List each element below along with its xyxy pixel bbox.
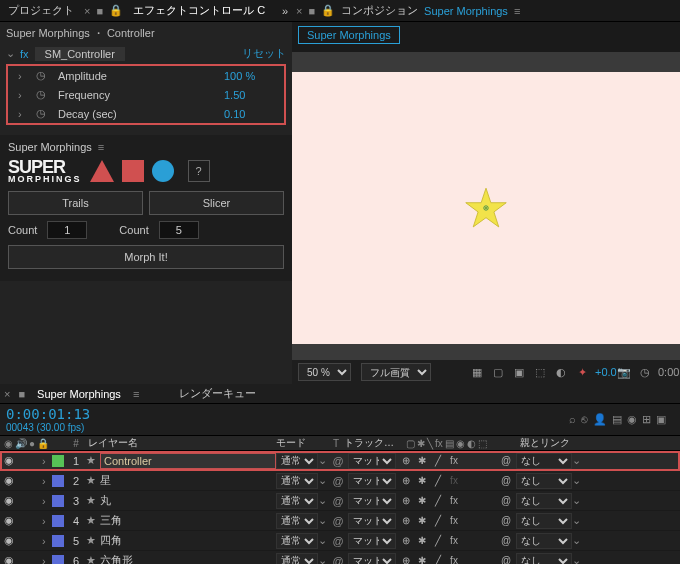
track-matte-select[interactable]: マット … <box>348 553 396 565</box>
trails-count-input[interactable] <box>47 221 87 239</box>
switch-quality[interactable]: ╱ <box>432 495 444 506</box>
label-color[interactable] <box>52 455 64 467</box>
label-color[interactable] <box>52 515 64 527</box>
switch-shy[interactable]: ⊕ <box>400 535 412 546</box>
switch-shy[interactable]: ⊕ <box>400 475 412 486</box>
parent-select[interactable]: なし <box>516 493 572 509</box>
shy-icon[interactable]: 👤 <box>593 413 607 426</box>
blend-mode-select[interactable]: 通常 <box>276 453 318 469</box>
comp-mini-flow-icon[interactable]: ⎋ <box>581 413 588 426</box>
label-color[interactable] <box>52 475 64 487</box>
pickwhip-icon[interactable]: @ <box>328 475 348 487</box>
snapshot-icon[interactable]: ■ <box>18 388 25 400</box>
pickwhip-icon[interactable]: @ <box>500 455 512 466</box>
slicer-count-input[interactable] <box>159 221 199 239</box>
twirl-icon[interactable]: › <box>18 89 26 101</box>
comp-inner-tab[interactable]: Super Morphings <box>298 26 400 44</box>
visibility-toggle[interactable]: ◉ <box>4 454 16 467</box>
property-row[interactable]: ›◷Amplitude100 % <box>8 66 284 85</box>
switch-collapse[interactable]: ✱ <box>416 475 428 486</box>
label-color[interactable] <box>52 555 64 565</box>
parent-select[interactable]: なし <box>516 533 572 549</box>
switch-quality[interactable]: ╱ <box>432 455 444 466</box>
blend-mode-select[interactable]: 通常 <box>276 533 318 549</box>
region-icon[interactable]: ⬚ <box>532 366 548 379</box>
parent-select[interactable]: なし <box>516 453 572 469</box>
tab-close-icon[interactable]: × <box>84 5 90 17</box>
lock-column-icon[interactable]: 🔒 <box>37 438 49 449</box>
resolution-select[interactable]: フル画質 <box>361 363 431 381</box>
color-mgmt-icon[interactable]: ✦ <box>574 366 590 379</box>
pickwhip-icon[interactable]: @ <box>328 515 348 527</box>
zoom-select[interactable]: 50 % <box>298 363 351 381</box>
layer-row[interactable]: ◉›3★丸通常⌄@マット …⊕✱╱fx@なし⌄ <box>0 491 680 511</box>
blend-mode-select[interactable]: 通常 <box>276 553 318 565</box>
parent-select[interactable]: なし <box>516 513 572 529</box>
timeline-tab-comp[interactable]: Super Morphings <box>33 386 125 402</box>
mask-icon[interactable]: ▣ <box>511 366 527 379</box>
label-color[interactable] <box>52 535 64 547</box>
switch-shy[interactable]: ⊕ <box>400 495 412 506</box>
layer-name[interactable]: Controller <box>100 453 276 469</box>
switch-quality[interactable]: ╱ <box>432 475 444 486</box>
track-matte-select[interactable]: マット … <box>348 513 396 529</box>
property-value[interactable]: 1.50 <box>224 89 274 101</box>
effect-row[interactable]: ⌄ fx SM_Controller リセット <box>0 45 292 62</box>
switch-collapse[interactable]: ✱ <box>416 495 428 506</box>
eye-column-icon[interactable]: ◉ <box>4 438 13 449</box>
pickwhip-icon[interactable]: @ <box>328 455 348 467</box>
layer-row[interactable]: ◉›4★三角通常⌄@マット …⊕✱╱fx@なし⌄ <box>0 511 680 531</box>
switch-shy[interactable]: ⊕ <box>400 515 412 526</box>
property-row[interactable]: ›◷Decay (sec)0.10 <box>8 104 284 123</box>
visibility-toggle[interactable]: ◉ <box>4 474 16 487</box>
label-color[interactable] <box>52 495 64 507</box>
parent-select[interactable]: なし <box>516 553 572 565</box>
help-button[interactable]: ? <box>188 160 210 182</box>
track-matte-select[interactable]: マット … <box>348 473 396 489</box>
grid-icon[interactable]: ▦ <box>469 366 485 379</box>
reset-link[interactable]: リセット <box>242 46 286 61</box>
switch-shy[interactable]: ⊕ <box>400 455 412 466</box>
guides-icon[interactable]: ▢ <box>490 366 506 379</box>
layer-row[interactable]: ◉›1★Controller通常⌄@マット …⊕✱╱fx@なし⌄ <box>0 451 680 471</box>
visibility-toggle[interactable]: ◉ <box>4 494 16 507</box>
switch-quality[interactable]: ╱ <box>432 535 444 546</box>
layer-name[interactable]: 星 <box>100 473 276 488</box>
switch-fx[interactable]: fx <box>448 495 460 506</box>
stopwatch-icon[interactable]: ◷ <box>36 88 48 101</box>
blend-mode-select[interactable]: 通常 <box>276 513 318 529</box>
effect-name[interactable]: SM_Controller <box>35 47 125 61</box>
trails-button[interactable]: Trails <box>8 191 143 215</box>
switch-fx[interactable]: fx <box>448 515 460 526</box>
stopwatch-icon[interactable]: ◷ <box>36 107 48 120</box>
pickwhip-icon[interactable]: @ <box>500 495 512 506</box>
search-icon[interactable]: ⌕ <box>569 413 576 426</box>
pickwhip-icon[interactable]: @ <box>328 555 348 565</box>
frame-blend-icon[interactable]: ▤ <box>612 413 622 426</box>
layer-name[interactable]: 三角 <box>100 513 276 528</box>
twirl-icon[interactable]: › <box>42 475 50 487</box>
visibility-toggle[interactable]: ◉ <box>4 554 16 564</box>
switch-quality[interactable]: ╱ <box>432 555 444 564</box>
track-matte-select[interactable]: マット … <box>348 493 396 509</box>
panel-menu-icon[interactable]: ≡ <box>98 141 104 153</box>
panel-menu-icon[interactable]: » <box>282 5 288 17</box>
composition-viewer[interactable]: 50 % フル画質 ▦ ▢ ▣ ⬚ ◐ ✦ +0.0 📷 ◷ 0:00:0 <box>292 52 680 384</box>
audio-column-icon[interactable]: 🔊 <box>15 438 27 449</box>
draft-3d-icon[interactable]: ▣ <box>656 413 666 426</box>
switch-collapse[interactable]: ✱ <box>416 515 428 526</box>
visibility-toggle[interactable]: ◉ <box>4 534 16 547</box>
pickwhip-icon[interactable]: @ <box>328 535 348 547</box>
blend-mode-select[interactable]: 通常 <box>276 493 318 509</box>
switch-collapse[interactable]: ✱ <box>416 555 428 564</box>
twirl-icon[interactable]: › <box>42 495 50 507</box>
twirl-icon[interactable]: ⌄ <box>6 47 14 60</box>
slicer-button[interactable]: Slicer <box>149 191 284 215</box>
comp-name[interactable]: Super Morphings <box>424 5 508 17</box>
visibility-toggle[interactable]: ◉ <box>4 514 16 527</box>
morph-it-button[interactable]: Morph It! <box>8 245 284 269</box>
channel-icon[interactable]: ◐ <box>553 366 569 379</box>
switch-fx[interactable]: fx <box>448 555 460 564</box>
tab-close-icon[interactable]: × <box>296 5 302 17</box>
property-row[interactable]: ›◷Frequency1.50 <box>8 85 284 104</box>
